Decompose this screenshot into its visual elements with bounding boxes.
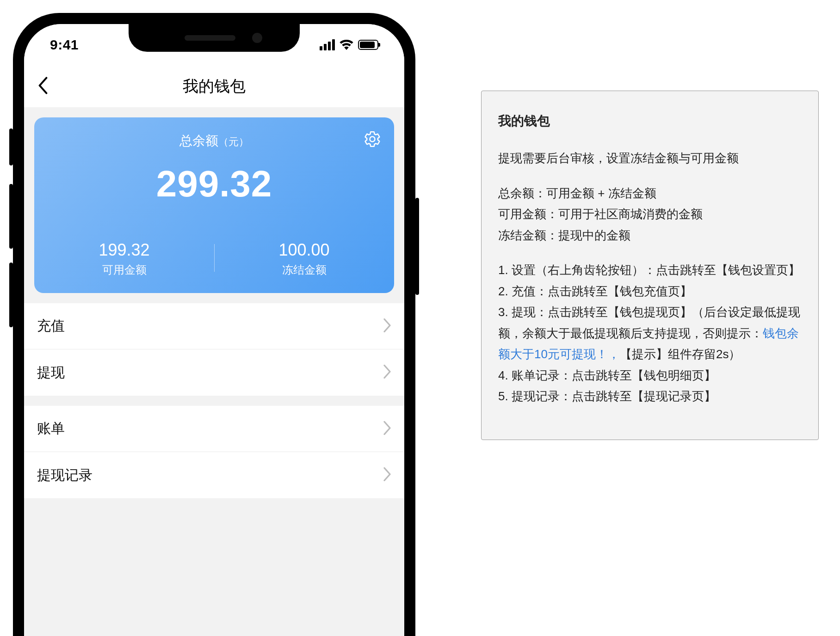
total-balance: 299.32 [34,163,394,205]
available-value: 199.32 [99,240,149,260]
total-label-text: 总余额 [179,134,218,148]
step-3-post: 【提示】组件存留2s） [620,347,741,361]
annotation-step-5: 5. 提现记录：点击跳转至【提现记录页】 [498,386,802,407]
content: 总余额（元） 299.32 199.32 可用金额 100.0 [24,107,404,636]
annotation-step-1: 1. 设置（右上角齿轮按钮）：点击跳转至【钱包设置页】 [498,260,802,281]
gear-icon [364,130,381,148]
menu-recharge[interactable]: 充值 [24,303,404,349]
annotation-desc: 提现需要后台审核，设置冻结金额与可用金额 [498,148,802,169]
menu-label: 充值 [37,317,383,336]
menu-group-1: 充值 提现 [24,303,404,396]
phone-vol-down [9,263,13,327]
battery-icon [358,40,378,50]
available-label: 可用金额 [102,263,147,277]
back-button[interactable] [38,77,48,96]
chevron-right-icon [383,365,391,380]
annotation-step-4: 4. 账单记录：点击跳转至【钱包明细页】 [498,365,802,386]
phone-power [415,198,419,295]
menu-bills[interactable]: 账单 [24,406,404,452]
wifi-icon [340,40,353,50]
phone-notch [129,24,300,52]
annotation-def: 总余额：可用金额 + 冻结金额 [498,183,802,204]
status-time: 9:41 [50,37,79,53]
phone-mute-switch [9,128,13,165]
phone-screen: 9:41 我的钱包 总余额（元） [24,24,404,636]
annotation-def: 可用金额：可用于社区商城消费的金额 [498,204,802,225]
balance-card: 总余额（元） 299.32 199.32 可用金额 100.0 [34,117,394,293]
frozen-value: 100.00 [278,240,329,260]
step-3-pre: 3. 提现：点击跳转至【钱包提现页】（后台设定最低提现额，余额大于最低提现额后支… [498,305,800,340]
frozen-col: 100.00 冻结金额 [214,240,394,277]
phone-frame: 9:41 我的钱包 总余额（元） [13,13,415,636]
chevron-right-icon [383,318,391,334]
phone-vol-up [9,184,13,249]
annotation-step-2: 2. 充值：点击跳转至【钱包充值页】 [498,281,802,302]
chevron-right-icon [383,467,391,483]
annotation-def: 冻结金额：提现中的金额 [498,225,802,246]
annotation-steps: 1. 设置（右上角齿轮按钮）：点击跳转至【钱包设置页】 2. 充值：点击跳转至【… [498,260,802,407]
status-right [320,39,378,50]
annotation-defs: 总余额：可用金额 + 冻结金额 可用金额：可用于社区商城消费的金额 冻结金额：提… [498,183,802,246]
settings-button[interactable] [364,130,381,150]
annotation-title: 我的钱包 [498,110,802,132]
menu-label: 提现记录 [37,466,383,485]
notch-camera [252,33,262,43]
total-label: 总余额（元） [179,132,249,150]
menu-label: 提现 [37,363,383,382]
menu-withdraw[interactable]: 提现 [24,349,404,396]
available-col: 199.32 可用金额 [34,240,214,277]
menu-withdraw-records[interactable]: 提现记录 [24,452,404,498]
annotation-step-3: 3. 提现：点击跳转至【钱包提现页】（后台设定最低提现额，余额大于最低提现额后支… [498,302,802,365]
notch-speaker [185,35,235,41]
total-unit: （元） [218,136,249,147]
annotation-panel: 我的钱包 提现需要后台审核，设置冻结金额与可用金额 总余额：可用金额 + 冻结金… [481,91,819,440]
page-title: 我的钱包 [183,76,246,97]
frozen-label: 冻结金额 [282,263,327,277]
cellular-icon [320,39,335,50]
menu-label: 账单 [37,419,383,438]
chevron-right-icon [383,421,391,437]
nav-bar: 我的钱包 [24,66,404,107]
menu-group-2: 账单 提现记录 [24,406,404,498]
